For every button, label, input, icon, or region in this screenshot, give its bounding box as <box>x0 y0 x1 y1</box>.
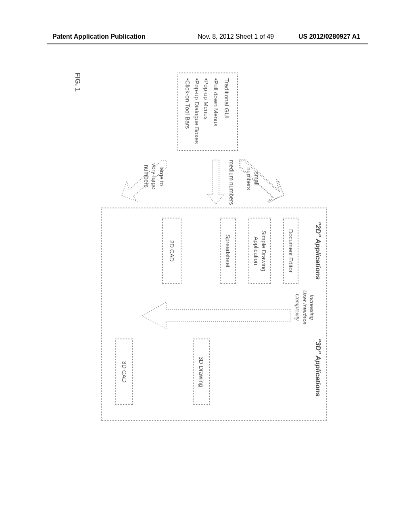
column-2d-heading: "2D" Applications <box>314 222 322 280</box>
gui-item: •Pull down Menus <box>211 78 221 145</box>
gui-box-title: Traditional GUI <box>222 78 232 145</box>
gui-item: •Pop-up Dialogue Boxes <box>192 78 202 145</box>
traditional-gui-box: Traditional GUI •Pull down Menus •Pop-up… <box>177 73 238 151</box>
complexity-label: Increasing User Interface Complexity <box>293 290 315 324</box>
arrow-up-right-icon <box>236 159 284 204</box>
arrow-medium-label: medium numbers <box>227 155 235 210</box>
column-3d-heading: "3D" Applications <box>314 339 322 397</box>
3d-drawing-box: 3D Drawing <box>193 339 210 405</box>
spreadsheet-box: Spreadsheet <box>220 218 236 284</box>
arrow-down-icon <box>138 301 291 330</box>
header-title-left: Patent Application Publication <box>52 33 146 40</box>
arrow-right-icon <box>204 159 228 206</box>
arrow-large-label: large to very-large numbers <box>142 163 165 189</box>
header-rule <box>47 44 368 44</box>
document-editor-box: Document Editor <box>283 218 298 284</box>
figure-content: Traditional GUI •Pull down Menus •Pop-up… <box>60 73 351 427</box>
header-pub-number: US 2012/0280927 A1 <box>298 33 360 40</box>
arrow-large-numbers: large to very-large numbers <box>119 159 169 204</box>
2d-cad-box: 2D CAD <box>162 218 181 284</box>
simple-drawing-box: Simple Drawing Application <box>248 218 271 284</box>
arrow-small-numbers: small numbers <box>234 159 284 204</box>
complexity-arrow <box>136 301 291 330</box>
3d-cad-box: 3D CAD <box>115 339 133 405</box>
arrow-medium-numbers: medium numbers <box>202 159 228 206</box>
arrow-small-label: small numbers <box>245 167 260 190</box>
figure-rotated-frame: Traditional GUI •Pull down Menus •Pop-up… <box>28 105 383 395</box>
gui-item: •Pop-up Menus <box>202 78 211 145</box>
header-date-sheet: Nov. 8, 2012 Sheet 1 of 49 <box>198 33 274 40</box>
figure-label: FIG. 1 <box>73 73 81 91</box>
gui-item: •Click-on Tool Bars <box>183 78 192 145</box>
